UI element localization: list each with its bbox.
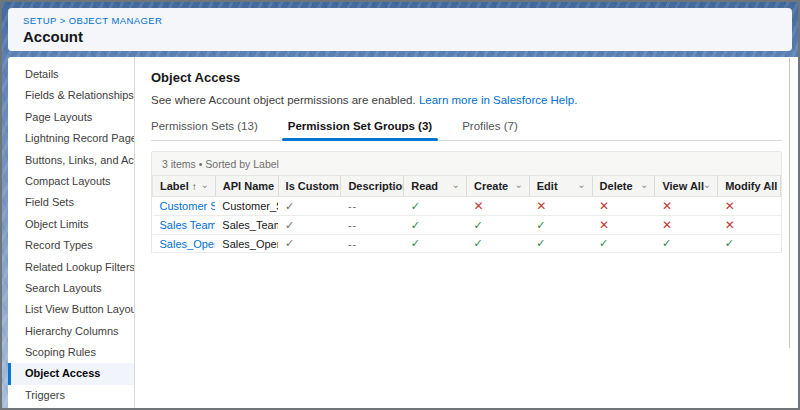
sidebar-item-list-view-button-layout[interactable]: List View Button Layout <box>8 299 134 320</box>
sidebar-item-search-layouts[interactable]: Search Layouts <box>8 278 134 299</box>
page-header: SETUP>OBJECT MANAGER Account <box>8 8 792 51</box>
page-title: Account <box>23 28 792 45</box>
permission-set-groups-table: Label↑⌄API Name⌄Is Custom⌄Description⌄Re… <box>152 175 781 253</box>
permission-table-container: 3 items • Sorted by Label Label↑⌄API Nam… <box>151 151 782 253</box>
main-panel: Object Access See where Account object p… <box>135 57 798 408</box>
sidebar-item-lightning-record-pages[interactable]: Lightning Record Pages <box>8 128 134 149</box>
view-all-cell: ✕ <box>655 197 718 216</box>
chevron-down-icon[interactable]: ⌄ <box>766 179 774 190</box>
setup-window: SETUP>OBJECT MANAGER Account DetailsFiel… <box>0 0 800 410</box>
vertical-scrollbar[interactable] <box>789 58 790 348</box>
sidebar-item-object-limits[interactable]: Object Limits <box>8 214 134 235</box>
check-icon: ✓ <box>285 237 294 249</box>
sidebar-item-flow-triggers[interactable]: Flow Triggers <box>8 406 134 410</box>
tab-permission-set-groups-3[interactable]: Permission Set Groups (3) <box>288 120 432 140</box>
column-header-description[interactable]: Description⌄ <box>341 176 404 197</box>
description-cell: -- <box>341 197 404 216</box>
sidebar-item-object-access[interactable]: Object Access <box>8 363 134 384</box>
sidebar-item-details[interactable]: Details <box>8 64 134 85</box>
label-cell: Customer Sup... <box>153 197 216 216</box>
sidebar-item-triggers[interactable]: Triggers <box>8 385 134 406</box>
column-header-is-custom[interactable]: Is Custom⌄ <box>278 176 341 197</box>
breadcrumb-setup-link[interactable]: SETUP <box>23 15 57 26</box>
empty-value: -- <box>348 200 357 212</box>
sidebar-item-scoping-rules[interactable]: Scoping Rules <box>8 342 134 363</box>
granted-check-icon: ✓ <box>473 237 482 249</box>
column-header-view-all[interactable]: View All⌄ <box>655 176 718 197</box>
sidebar-item-buttons-links-and-actions[interactable]: Buttons, Links, and Actions <box>8 150 134 171</box>
read-cell: ✓ <box>404 235 467 253</box>
empty-value: -- <box>348 219 357 231</box>
chevron-down-icon[interactable]: ⌄ <box>577 179 585 190</box>
granted-check-icon: ✓ <box>411 219 420 231</box>
column-header-modify-all[interactable]: Modify All⌄ <box>718 176 781 197</box>
api-name-cell: Customer_Sup... <box>215 197 278 216</box>
sidebar-item-fields-relationships[interactable]: Fields & Relationships <box>8 85 134 106</box>
permission-set-group-link[interactable]: Sales_Operatio... <box>160 238 216 250</box>
table-row: Sales_Operatio...Sales_Operatio...✓--✓✓✓… <box>153 235 781 253</box>
denied-cross-icon: ✕ <box>473 199 483 213</box>
column-header-delete[interactable]: Delete⌄ <box>592 176 655 197</box>
column-header-create[interactable]: Create⌄ <box>466 176 529 197</box>
column-header-api-name[interactable]: API Name⌄ <box>215 176 278 197</box>
column-header-label[interactable]: Label↑⌄ <box>153 176 216 197</box>
chevron-down-icon[interactable]: ⌄ <box>640 179 648 190</box>
granted-check-icon: ✓ <box>411 200 420 212</box>
column-label: Delete <box>600 180 633 192</box>
permission-set-group-link[interactable]: Customer Sup... <box>160 200 216 212</box>
create-cell: ✓ <box>466 235 529 253</box>
delete-cell: ✕ <box>592 197 655 216</box>
edit-cell: ✓ <box>529 216 592 235</box>
modify-all-cell: ✓ <box>718 235 781 253</box>
sidebar-item-related-lookup-filters[interactable]: Related Lookup Filters <box>8 257 134 278</box>
create-cell: ✕ <box>466 197 529 216</box>
granted-check-icon: ✓ <box>536 237 545 249</box>
sidebar-item-compact-layouts[interactable]: Compact Layouts <box>8 171 134 192</box>
tab-profiles-7[interactable]: Profiles (7) <box>462 120 518 140</box>
column-header-edit[interactable]: Edit⌄ <box>529 176 592 197</box>
view-all-cell: ✕ <box>655 216 718 235</box>
column-header-read[interactable]: Read⌄ <box>404 176 467 197</box>
chevron-down-icon[interactable]: ⌄ <box>703 179 711 190</box>
section-description: See where Account object permissions are… <box>151 94 782 106</box>
column-label: Edit <box>537 180 558 192</box>
granted-check-icon: ✓ <box>411 237 420 249</box>
is-custom-cell: ✓ <box>278 197 341 216</box>
table-header-row: Label↑⌄API Name⌄Is Custom⌄Description⌄Re… <box>153 176 781 197</box>
tab-permission-sets-13[interactable]: Permission Sets (13) <box>151 120 258 140</box>
permission-set-group-link[interactable]: Sales Team Me... <box>160 219 216 231</box>
denied-cross-icon: ✕ <box>662 218 672 232</box>
modify-all-cell: ✕ <box>718 197 781 216</box>
read-cell: ✓ <box>404 216 467 235</box>
is-custom-cell: ✓ <box>278 216 341 235</box>
chevron-down-icon[interactable]: ⌄ <box>452 179 460 190</box>
view-all-cell: ✓ <box>655 235 718 253</box>
table-body: Customer Sup...Customer_Sup...✓--✓✕✕✕✕✕S… <box>153 197 781 253</box>
breadcrumb-object-manager-link[interactable]: OBJECT MANAGER <box>69 15 163 26</box>
chevron-down-icon[interactable]: ⌄ <box>514 179 522 190</box>
sidebar-item-record-types[interactable]: Record Types <box>8 235 134 256</box>
section-heading: Object Access <box>151 70 782 85</box>
sidebar-item-page-layouts[interactable]: Page Layouts <box>8 107 134 128</box>
sidebar-item-hierarchy-columns[interactable]: Hierarchy Columns <box>8 321 134 342</box>
table-summary: 3 items • Sorted by Label <box>152 152 781 175</box>
breadcrumb: SETUP>OBJECT MANAGER <box>23 15 792 26</box>
label-cell: Sales Team Me... <box>153 216 216 235</box>
denied-cross-icon: ✕ <box>536 199 546 213</box>
empty-value: -- <box>348 238 357 250</box>
api-name-cell: Sales_Operatio... <box>215 235 278 253</box>
chevron-down-icon[interactable]: ⌄ <box>326 179 334 190</box>
sort-ascending-icon: ↑ <box>192 181 197 192</box>
chevron-down-icon[interactable]: ⌄ <box>200 179 208 190</box>
column-label: Create <box>474 180 508 192</box>
chevron-down-icon[interactable]: ⌄ <box>263 179 271 190</box>
column-label: Read <box>411 180 438 192</box>
salesforce-help-link[interactable]: Learn more in Salesforce Help. <box>419 94 578 106</box>
modify-all-cell: ✕ <box>718 216 781 235</box>
object-manager-sidebar: DetailsFields & RelationshipsPage Layout… <box>8 57 135 408</box>
column-label: Label <box>160 180 189 192</box>
table-row: Customer Sup...Customer_Sup...✓--✓✕✕✕✕✕ <box>153 197 781 216</box>
read-cell: ✓ <box>404 197 467 216</box>
chevron-down-icon[interactable]: ⌄ <box>389 179 397 190</box>
sidebar-item-field-sets[interactable]: Field Sets <box>8 192 134 213</box>
